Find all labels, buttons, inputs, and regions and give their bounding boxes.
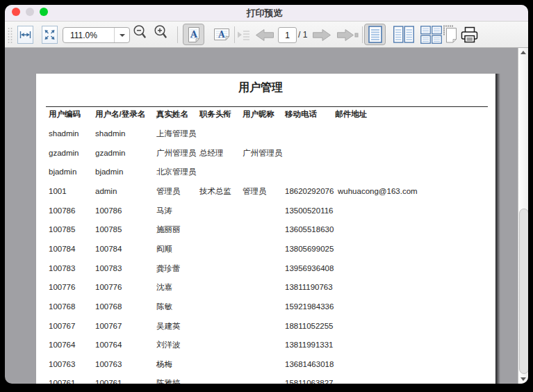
table-cell: 技术总监	[199, 186, 231, 197]
zoom-window-button[interactable]	[40, 8, 48, 16]
table-cell: 100776	[95, 281, 122, 293]
table-cell: 管理员	[156, 186, 181, 197]
table-cell: 陈雅婷	[156, 377, 181, 384]
table-cell: 100767	[95, 320, 122, 332]
table-cell: 阎顺	[156, 243, 172, 254]
table-cell: 杨梅	[156, 359, 172, 370]
table-cell: 15811063827	[285, 377, 334, 384]
table-cell: 100786	[49, 205, 75, 216]
toolbar-separator	[362, 26, 363, 43]
document-page: 用户管理 用户编码用户名/登录名真实姓名职务头衔用户昵称移动电话邮件地址shad…	[36, 74, 495, 384]
vertical-scrollbar[interactable]	[518, 48, 528, 384]
titlebar[interactable]: 打印预览	[5, 5, 528, 22]
table-cell: 吴建英	[156, 320, 181, 332]
print-preview-window: 打印预览	[5, 5, 528, 384]
zoom-out-icon[interactable]	[131, 24, 147, 40]
go-previous-icon[interactable]	[255, 28, 274, 42]
table-cell: 北京管理员	[156, 166, 197, 177]
all-pages-icon	[420, 26, 442, 44]
table-cell: 1001	[49, 186, 67, 197]
table-cell: 100786	[95, 205, 122, 216]
table-cell: 沈嘉	[156, 281, 172, 293]
close-button[interactable]	[12, 8, 20, 16]
table-cell: 15921984336	[285, 301, 334, 312]
table-cell: 广州管理员	[243, 147, 283, 158]
table-cell: 陈敏	[156, 301, 172, 312]
table-cell: 100767	[49, 320, 75, 332]
scroll-up-icon[interactable]	[520, 51, 526, 54]
fit-width-button[interactable]	[17, 26, 33, 44]
orientation-landscape-button[interactable]: A	[211, 24, 232, 45]
table-cell: gzadmin	[95, 147, 125, 158]
scrollbar-thumb[interactable]	[519, 209, 529, 374]
column-header: 移动电话	[285, 108, 317, 120]
page-number-input[interactable]	[278, 27, 297, 43]
table-cell: 100768	[49, 301, 75, 312]
table-cell: 广州管理员	[156, 147, 197, 158]
table-cell: 100784	[49, 243, 75, 254]
table-cell: 100783	[95, 263, 122, 274]
page-setup-icon[interactable]	[443, 25, 458, 45]
table-cell: 管理员	[243, 186, 267, 197]
minimize-button[interactable]	[26, 8, 34, 16]
fit-page-icon	[42, 26, 57, 43]
scroll-down-icon[interactable]	[520, 377, 526, 381]
toolbar-grip[interactable]	[8, 27, 15, 44]
zoom-value: 111.0%	[70, 31, 97, 40]
fit-page-button[interactable]	[42, 26, 58, 44]
table-cell: 100761	[95, 377, 122, 384]
table-cell: admin	[95, 186, 117, 197]
table-cell: 上海管理员	[156, 128, 197, 139]
table-cell: 施丽丽	[156, 224, 181, 235]
landscape-page-icon: A	[213, 28, 230, 41]
table-cell: 100776	[49, 281, 75, 293]
table-cell: 18811052255	[285, 320, 334, 332]
table-cell: 13805699025	[285, 243, 334, 254]
column-header: 邮件地址	[335, 108, 367, 120]
go-next-icon[interactable]	[312, 28, 331, 42]
table-cell: 100783	[49, 263, 75, 274]
orientation-portrait-button[interactable]: A	[183, 24, 204, 45]
table-cell: 100764	[95, 339, 122, 350]
table-cell: 100763	[95, 359, 122, 370]
print-icon[interactable]	[461, 26, 479, 44]
column-header: 真实姓名	[156, 108, 188, 120]
table-cell: 100784	[95, 243, 122, 254]
view-single-page-button[interactable]	[364, 24, 386, 45]
table-cell: gzadmin	[49, 147, 79, 158]
table-cell: 100768	[95, 301, 122, 312]
view-all-pages-button[interactable]	[420, 24, 442, 45]
zoom-in-icon[interactable]	[151, 24, 167, 40]
table-cell: 刘洋波	[156, 339, 181, 350]
table-cell: 13605518630	[285, 224, 334, 235]
go-last-icon[interactable]	[337, 28, 359, 42]
toolbar: 111.0% A	[5, 22, 528, 48]
table-cell: 总经理	[199, 147, 224, 158]
table-cell: 13681463018	[285, 359, 334, 370]
zoom-combobox[interactable]: 111.0%	[63, 27, 130, 43]
go-first-icon[interactable]	[238, 28, 252, 41]
column-header: 职务头衔	[199, 108, 231, 120]
table-cell: 100785	[49, 224, 75, 235]
preview-area[interactable]: 用户管理 用户编码用户名/登录名真实姓名职务头衔用户昵称移动电话邮件地址shad…	[5, 48, 528, 384]
table-cell: 13500520116	[285, 205, 334, 216]
chevron-down-icon	[120, 34, 125, 37]
portrait-page-icon: A	[188, 26, 200, 43]
page-shadow	[495, 74, 500, 384]
header-rule	[46, 106, 488, 107]
column-header: 用户昵称	[243, 108, 274, 120]
view-facing-pages-button[interactable]	[393, 24, 414, 45]
table-cell: bjadmin	[49, 166, 76, 177]
fit-width-icon	[18, 26, 33, 43]
toolbar-separator	[177, 26, 178, 43]
column-header: 用户编码	[49, 108, 81, 120]
table-cell: 13956936408	[285, 263, 334, 274]
traffic-lights	[12, 8, 48, 16]
table-cell: shadmin	[49, 128, 79, 139]
svg-text:A: A	[189, 29, 197, 40]
table-cell: wuhuacong@163.com	[338, 186, 418, 197]
zoom-dropdown[interactable]	[114, 28, 129, 42]
column-header: 用户名/登录名	[95, 108, 145, 120]
table-cell: 13811991331	[285, 339, 334, 350]
single-page-icon	[368, 26, 382, 43]
